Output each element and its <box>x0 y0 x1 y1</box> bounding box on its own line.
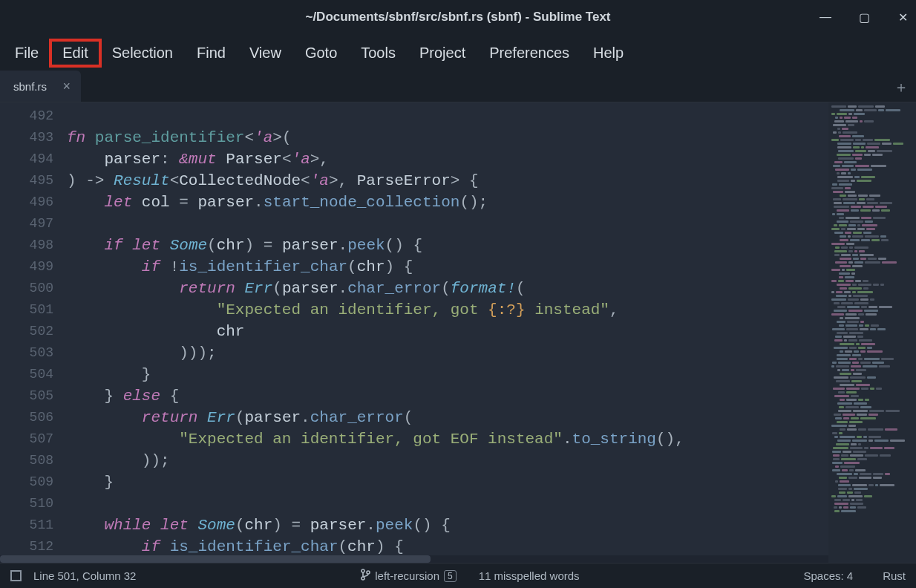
tab-label: sbnf.rs <box>13 80 47 93</box>
git-branch[interactable]: left-recursion 5 <box>360 569 456 583</box>
code-line: } <box>67 364 828 385</box>
syntax-label[interactable]: Rust <box>883 569 906 582</box>
spellcheck-label[interactable]: 11 misspelled words <box>479 569 580 582</box>
window-title: ~/Documents/sbnf/src/sbnf.rs (sbnf) - Su… <box>305 10 610 24</box>
svg-point-1 <box>362 577 364 580</box>
editor[interactable]: 4924934944954964974984995005015025035045… <box>0 102 916 563</box>
menu-help[interactable]: Help <box>581 40 635 66</box>
code-line <box>67 493 828 514</box>
statusbar: Line 501, Column 32 left-recursion 5 11 … <box>0 563 916 588</box>
code-line <box>67 213 828 235</box>
code-line: return Err(parser.char_error( <box>67 407 828 428</box>
code-line: if is_identifier_char(chr) { <box>67 536 828 558</box>
tab-close-icon[interactable]: × <box>63 79 71 94</box>
cursor-position-label[interactable]: Line 501, Column 32 <box>33 569 136 582</box>
code-line: chr <box>67 321 828 342</box>
branch-count: 5 <box>444 570 457 582</box>
code-line: "Expected an identifier, got {:?} instea… <box>67 299 828 321</box>
panel-switcher-icon[interactable] <box>10 570 22 581</box>
menu-goto[interactable]: Goto <box>293 40 349 66</box>
code-line: fn parse_identifier<'a>( <box>67 127 828 148</box>
menubar: File Edit Selection Find View Goto Tools… <box>0 34 916 71</box>
code-area[interactable]: fn parse_identifier<'a>( parser: &mut Pa… <box>67 102 828 563</box>
code-line: if !is_identifier_char(chr) { <box>67 256 828 278</box>
code-line <box>67 105 828 127</box>
code-line: )); <box>67 450 828 471</box>
tab-row: sbnf.rs × ＋ <box>0 71 916 102</box>
window-controls: ― ▢ ✕ <box>817 0 912 34</box>
scrollbar-thumb[interactable] <box>0 555 431 563</box>
maximize-button[interactable]: ▢ <box>855 10 873 24</box>
menu-edit[interactable]: Edit <box>50 40 99 66</box>
branch-name: left-recursion <box>375 569 439 582</box>
minimize-button[interactable]: ― <box>817 10 834 24</box>
menu-project[interactable]: Project <box>408 40 477 66</box>
code-line: if let Some(chr) = parser.peek() { <box>67 235 828 256</box>
code-line: let col = parser.start_node_collection()… <box>67 192 828 213</box>
code-line: ) -> Result<CollectedNode<'a>, ParseErro… <box>67 170 828 192</box>
text-cursor-icon <box>396 299 398 316</box>
titlebar: ~/Documents/sbnf/src/sbnf.rs (sbnf) - Su… <box>0 0 916 34</box>
menu-preferences[interactable]: Preferences <box>477 40 581 66</box>
gutter: 4924934944954964974984995005015025035045… <box>0 102 67 563</box>
menu-selection[interactable]: Selection <box>100 40 185 66</box>
code-line: return Err(parser.char_error(format!( <box>67 278 828 299</box>
code-line: while let Some(chr) = parser.peek() { <box>67 514 828 536</box>
menu-tools[interactable]: Tools <box>349 40 408 66</box>
svg-point-0 <box>362 569 364 572</box>
menu-file[interactable]: File <box>3 40 50 66</box>
indentation-label[interactable]: Spaces: 4 <box>803 569 853 582</box>
horizontal-scrollbar[interactable] <box>0 555 828 563</box>
close-button[interactable]: ✕ <box>894 10 912 24</box>
new-tab-icon[interactable]: ＋ <box>894 76 909 97</box>
code-line: } else { <box>67 385 828 407</box>
code-line: parser: &mut Parser<'a>, <box>67 148 828 170</box>
tab-sbnf[interactable]: sbnf.rs × <box>0 71 81 102</box>
code-line: "Expected an identifier, got EOF instead… <box>67 428 828 450</box>
menu-view[interactable]: View <box>238 40 293 66</box>
code-line: } <box>67 471 828 493</box>
branch-icon <box>360 569 370 583</box>
menu-find[interactable]: Find <box>185 40 238 66</box>
code-line: ))); <box>67 342 828 364</box>
minimap[interactable] <box>828 102 916 563</box>
svg-point-2 <box>367 571 370 574</box>
